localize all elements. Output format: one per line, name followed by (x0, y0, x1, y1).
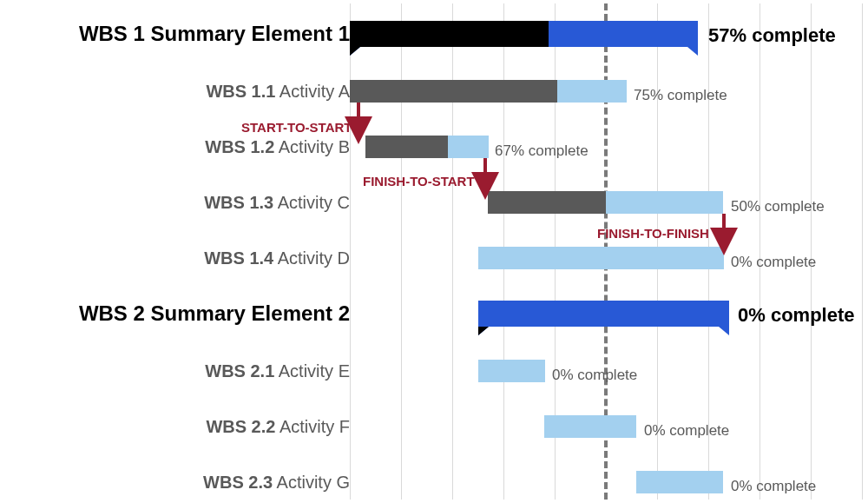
dependency-arrows (0, 0, 868, 503)
dep-label-ss: START-TO-START (241, 120, 352, 135)
dep-label-ff: FINISH-TO-FINISH (597, 226, 709, 241)
gantt-chart: WBS 1 Summary Element 1 57% complete WBS… (0, 0, 868, 503)
dep-label-fs: FINISH-TO-START (363, 174, 475, 189)
